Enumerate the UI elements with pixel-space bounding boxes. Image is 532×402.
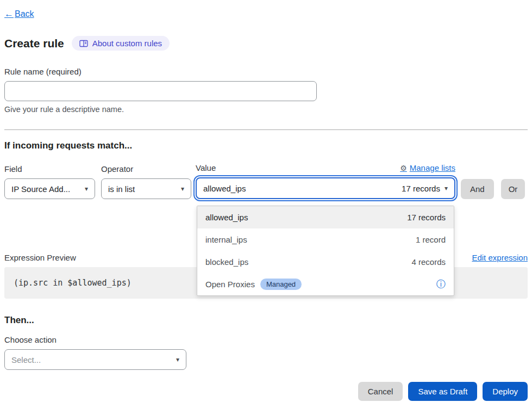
- dropdown-item-allowed-ips[interactable]: allowed_ips 17 records: [197, 206, 454, 228]
- value-select[interactable]: allowed_ips 17 records ▾: [196, 177, 455, 199]
- list-name: internal_ips: [205, 235, 247, 244]
- dropdown-item-internal-ips[interactable]: internal_ips 1 record: [197, 228, 454, 251]
- managed-badge: Managed: [260, 279, 302, 290]
- create-rule-page: ←Back Create rule About custom rules Rul…: [0, 0, 532, 401]
- match-row: Field IP Source Add... ▾ Operator is in …: [4, 163, 528, 199]
- value-select-value: allowed_ips: [203, 184, 246, 193]
- manage-lists-link[interactable]: ⚙ Manage lists: [400, 163, 455, 172]
- chevron-down-icon: ▾: [176, 356, 179, 363]
- then-heading: Then...: [4, 315, 528, 326]
- rule-name-input[interactable]: [4, 81, 317, 101]
- operator-select[interactable]: is in list ▾: [101, 178, 191, 199]
- about-label: About custom rules: [92, 39, 162, 48]
- page-title: Create rule: [4, 37, 64, 50]
- value-label-row: Value ⚙ Manage lists: [196, 163, 455, 172]
- expression-code: (ip.src in $allowed_ips): [14, 278, 132, 288]
- and-button[interactable]: And: [461, 179, 494, 199]
- match-heading: If incoming requests match...: [4, 140, 528, 151]
- rule-name-label: Rule name (required): [4, 67, 528, 76]
- section-divider: [4, 129, 528, 130]
- footer-actions: Cancel Save as Draft Deploy: [4, 382, 528, 401]
- or-button[interactable]: Or: [501, 179, 525, 199]
- operator-label: Operator: [101, 164, 191, 174]
- back-label: Back: [15, 9, 34, 19]
- list-dropdown-menu: allowed_ips 17 records internal_ips 1 re…: [197, 206, 454, 296]
- back-link[interactable]: ←Back: [4, 9, 34, 20]
- back-arrow-icon: ←: [4, 9, 14, 20]
- value-label: Value: [196, 163, 216, 172]
- rule-name-section: Rule name (required) Give your rule a de…: [4, 67, 528, 114]
- field-select-value: IP Source Add...: [11, 184, 70, 194]
- dropdown-item-blocked-ips[interactable]: blocked_ips 4 records: [197, 251, 454, 273]
- rule-name-helper: Give your rule a descriptive name.: [4, 105, 528, 114]
- back-row: ←Back: [4, 9, 528, 20]
- manage-lists-label: Manage lists: [410, 163, 455, 172]
- edit-expression-link[interactable]: Edit expression: [472, 253, 528, 262]
- field-label: Field: [4, 164, 95, 174]
- cancel-button[interactable]: Cancel: [358, 382, 403, 401]
- info-icon[interactable]: ⓘ: [436, 280, 446, 289]
- value-select-count: 17 records: [402, 184, 440, 193]
- value-column: Value ⚙ Manage lists allowed_ips 17 reco…: [196, 163, 455, 199]
- list-record-count: 17 records: [407, 213, 446, 222]
- choose-action-label: Choose action: [4, 335, 528, 344]
- action-select[interactable]: Select... ▾: [4, 349, 186, 370]
- list-name: allowed_ips: [205, 213, 248, 222]
- operator-select-value: is in list: [108, 184, 135, 194]
- expression-preview-label: Expression Preview: [4, 253, 76, 262]
- save-as-draft-button[interactable]: Save as Draft: [408, 382, 477, 401]
- list-name: blocked_ips: [205, 257, 248, 267]
- field-select[interactable]: IP Source Add... ▾: [4, 178, 95, 199]
- book-icon: [79, 40, 88, 47]
- operator-column: Operator is in list ▾: [101, 164, 191, 199]
- field-column: Field IP Source Add... ▾: [4, 164, 95, 199]
- chevron-down-icon: ▾: [85, 185, 88, 193]
- deploy-button[interactable]: Deploy: [483, 382, 528, 401]
- list-record-count: 4 records: [411, 257, 446, 267]
- chevron-down-icon: ▾: [181, 185, 184, 193]
- title-row: Create rule About custom rules: [4, 36, 528, 51]
- list-name: Open Proxies: [205, 280, 255, 289]
- action-select-placeholder: Select...: [11, 355, 41, 364]
- gear-icon: ⚙: [400, 164, 407, 172]
- list-record-count: 1 record: [416, 235, 446, 244]
- chevron-down-icon: ▾: [445, 184, 448, 192]
- about-custom-rules-link[interactable]: About custom rules: [72, 36, 170, 51]
- dropdown-item-open-proxies[interactable]: Open Proxies Managed ⓘ: [197, 273, 454, 295]
